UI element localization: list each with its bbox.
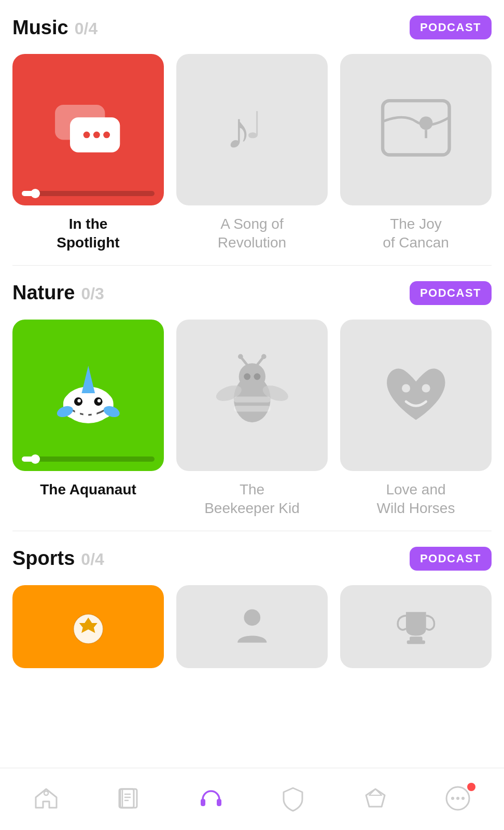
item-thumb-sports-3 [340,585,492,668]
dots-icon [444,785,471,814]
svg-marker-19 [81,366,95,394]
item-label-the-beekeeper-kid: TheBeekeeper Kid [204,480,300,518]
svg-point-14 [77,399,80,403]
shield-icon [279,785,306,814]
svg-point-2 [83,131,90,138]
nav-gems[interactable] [354,780,397,819]
svg-point-25 [238,354,243,359]
item-label-a-song-of-revolution: A Song ofRevolution [218,215,286,253]
progress-dot [31,454,40,464]
item-thumb-sports-2 [176,585,328,668]
items-grid-nature: The Aquanaut TheBeekeeper Kid Love andWi… [12,320,492,518]
item-card-sports-3[interactable] [340,585,492,677]
item-label-in-the-spotlight: In theSpotlight [57,215,119,253]
podcast-badge-music[interactable]: PODCAST [410,16,492,39]
item-card-sports-2[interactable] [176,585,328,677]
svg-point-8 [419,116,432,130]
svg-rect-31 [234,406,271,412]
progress-bar-container [22,191,155,196]
section-header-sports: Sports0/4PODCAST [12,547,492,571]
item-thumb-in-the-spotlight [12,54,164,205]
section-nature: Nature0/3PODCAST The Aquanaut [12,281,492,531]
svg-rect-30 [234,397,271,403]
bottom-nav [0,768,504,830]
section-count-nature: 0/3 [81,284,104,303]
svg-point-27 [261,354,267,359]
svg-point-32 [244,374,250,380]
item-thumb-the-beekeeper-kid [176,320,328,471]
items-grid-music: In theSpotlight ♪ ♩ A Song ofRevolution … [12,54,492,253]
nav-more[interactable] [436,780,480,819]
book-icon [115,785,142,814]
notification-dot [467,783,475,791]
section-sports: Sports0/4PODCAST [12,547,492,690]
section-header-music: Music0/4PODCAST [12,16,492,39]
item-card-in-the-spotlight[interactable]: In theSpotlight [12,54,164,253]
svg-point-15 [97,399,101,403]
svg-text:♩: ♩ [245,105,262,146]
house-icon [33,785,60,814]
item-label-the-aquanaut: The Aquanaut [40,480,136,499]
item-card-the-beekeeper-kid[interactable]: TheBeekeeper Kid [176,320,328,518]
section-header-nature: Nature0/3PODCAST [12,281,492,305]
svg-point-53 [451,797,454,800]
item-card-love-and-wild-horses[interactable]: Love andWild Horses [340,320,492,518]
svg-rect-7 [383,101,449,155]
section-music: Music0/4PODCAST In theSpotlight ♪ ♩ A So… [12,16,492,266]
svg-rect-17 [83,412,88,419]
section-title-sports: Sports [12,547,75,570]
section-title-nature: Nature [12,282,75,304]
svg-point-4 [103,131,110,138]
progress-bar-container [22,457,155,462]
main-content: Music0/4PODCAST In theSpotlight ♪ ♩ A So… [0,0,504,768]
gem-icon [362,785,389,814]
svg-point-34 [402,384,410,393]
item-thumb-love-and-wild-horses [340,320,492,471]
svg-point-35 [422,384,430,393]
nav-lessons[interactable] [107,780,150,819]
svg-rect-43 [119,789,134,808]
svg-rect-41 [407,640,425,644]
svg-point-54 [456,797,459,800]
svg-point-23 [239,364,265,390]
svg-rect-48 [201,799,205,806]
nav-home[interactable] [24,780,68,819]
item-thumb-the-joy-of-cancan [340,54,492,205]
svg-point-3 [93,131,100,138]
nav-listen[interactable] [189,780,233,819]
svg-marker-50 [366,789,385,807]
items-grid-sports [12,585,492,677]
svg-rect-16 [75,410,80,417]
item-card-sports-1[interactable] [12,585,164,677]
svg-point-33 [254,374,260,380]
svg-point-42 [44,791,48,795]
item-label-the-joy-of-cancan: The Joyof Cancan [383,215,449,253]
svg-point-39 [244,609,260,626]
item-label-love-and-wild-horses: Love andWild Horses [377,480,455,518]
svg-point-55 [461,797,465,800]
section-title-music: Music [12,17,68,39]
item-thumb-sports-1 [12,585,164,668]
item-card-a-song-of-revolution[interactable]: ♪ ♩ A Song ofRevolution [176,54,328,253]
progress-dot [31,189,40,198]
section-count-sports: 0/4 [81,550,104,569]
svg-rect-18 [91,410,96,417]
svg-rect-49 [217,799,221,806]
item-card-the-aquanaut[interactable]: The Aquanaut [12,320,164,518]
section-count-music: 0/4 [75,19,97,38]
headphones-icon [198,785,225,814]
podcast-badge-sports[interactable]: PODCAST [410,547,492,571]
podcast-badge-nature[interactable]: PODCAST [410,281,492,305]
nav-shield[interactable] [271,780,315,819]
item-thumb-the-aquanaut [12,320,164,471]
item-thumb-a-song-of-revolution: ♪ ♩ [176,54,328,205]
item-card-the-joy-of-cancan[interactable]: The Joyof Cancan [340,54,492,253]
